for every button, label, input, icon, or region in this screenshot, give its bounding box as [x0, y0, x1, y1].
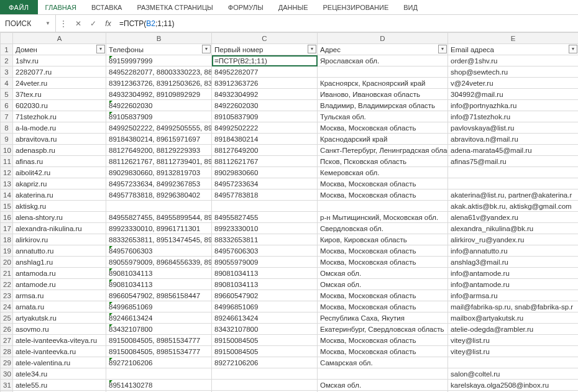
cell[interactable]: 89055979009 — [212, 257, 318, 268]
cell[interactable]: 37tex.ru — [13, 89, 106, 100]
cell[interactable] — [106, 368, 212, 380]
cell[interactable]: karelskaya.olga2508@inbox.ru — [448, 380, 579, 391]
cell[interactable]: atele-valentina.ru — [13, 357, 106, 368]
cell[interactable]: Тульская обл. — [318, 111, 448, 122]
row-header[interactable]: 7 — [1, 111, 13, 122]
cell[interactable]: 89055979009, 89684556339, 8985 — [106, 257, 212, 268]
cell[interactable]: Москва, Московская область — [318, 122, 448, 134]
cell[interactable]: 84957783818 — [212, 189, 318, 201]
ribbon-tab-insert[interactable]: ВСТАВКА — [84, 0, 129, 14]
cell[interactable]: annatutto.ru — [13, 245, 106, 257]
cell[interactable]: alirkirov.ru — [13, 234, 106, 245]
cell[interactable]: 89184380214, 89615971697 — [106, 134, 212, 145]
cell[interactable]: Краснодарский край — [318, 134, 448, 145]
cell[interactable] — [212, 201, 318, 212]
cell[interactable]: mailbox@artyakutsk.ru — [448, 312, 579, 324]
row-header[interactable]: 14 — [1, 189, 13, 201]
cell[interactable]: akaterina@list.ru, partner@akaterina.r — [448, 189, 579, 201]
row-header[interactable]: 25 — [1, 312, 13, 324]
cell[interactable]: 84957606303 — [212, 245, 318, 257]
cell[interactable] — [212, 368, 318, 380]
row-header[interactable]: 21 — [1, 268, 13, 279]
cell[interactable]: Москва, Московская область — [318, 257, 448, 268]
cell[interactable]: artyakutsk.ru — [13, 312, 106, 324]
cell[interactable]: atele-ivanteevka.ru — [13, 346, 106, 357]
cell[interactable]: Самарская обл. — [318, 357, 448, 368]
cell[interactable]: 89660547902, 89856158447 — [106, 290, 212, 301]
cell[interactable]: antamoda.ru — [13, 268, 106, 279]
cell[interactable]: Москва, Московская область — [318, 290, 448, 301]
cell[interactable]: 88332653811, 89513474545, 8953 — [106, 234, 212, 245]
cell[interactable]: 89246613424 — [106, 312, 212, 324]
cell[interactable]: adenaspb.ru — [13, 145, 106, 156]
cell[interactable]: 89105837909 — [106, 111, 212, 122]
cell[interactable]: р-н Мытищинский, Московская обл. — [318, 212, 448, 223]
cell[interactable]: order@1shv.ru — [448, 55, 579, 66]
cell[interactable]: Псков, Псковская область — [318, 156, 448, 167]
accept-formula-icon[interactable]: ✓ — [86, 19, 101, 28]
cell[interactable]: Иваново, Ивановская область — [318, 89, 448, 100]
cell[interactable]: Москва, Московская область — [318, 346, 448, 357]
row-header[interactable]: 29 — [1, 357, 13, 368]
cell[interactable]: Москва, Московская область — [318, 245, 448, 257]
filter-dropdown-icon[interactable]: ▾ — [569, 45, 577, 53]
cell[interactable]: abravitova.ru — [13, 134, 106, 145]
cell[interactable]: 83912363726 — [212, 78, 318, 89]
cell[interactable]: 88112621767, 88112739401, 8953 — [106, 156, 212, 167]
cell[interactable]: info@71stezhok.ru — [448, 111, 579, 122]
cell[interactable]: Ярославская обл. — [318, 55, 448, 66]
cell[interactable]: 89081034113 — [106, 279, 212, 290]
cell[interactable]: afinas75@mail.ru — [448, 156, 579, 167]
cell[interactable]: Омская обл. — [318, 380, 448, 391]
cell[interactable]: 88127649200 — [212, 145, 318, 156]
cell[interactable]: 2282077.ru — [13, 66, 106, 78]
row-header[interactable]: 8 — [1, 122, 13, 134]
file-tab[interactable]: ФАЙЛ — [0, 0, 38, 14]
row-header[interactable]: 18 — [1, 234, 13, 245]
cell[interactable]: 84955827455, 84955899544, 8903 — [106, 212, 212, 223]
cell[interactable]: akaterina.ru — [13, 189, 106, 201]
ribbon-tab-data[interactable]: ДАННЫЕ — [271, 0, 316, 14]
cell[interactable]: 84922602030 — [212, 100, 318, 111]
cell[interactable]: 84992502222, 84992505555, 8915 — [106, 122, 212, 134]
cell[interactable]: salon@coltel.ru — [448, 368, 579, 380]
cell[interactable] — [106, 201, 212, 212]
col-header-D[interactable]: D — [318, 33, 448, 44]
row-header[interactable]: 17 — [1, 223, 13, 234]
cell[interactable]: 89081034113 — [212, 279, 318, 290]
cell[interactable]: a-la-mode.ru — [13, 122, 106, 134]
cell[interactable]: Москва, Московская область — [318, 301, 448, 312]
cell[interactable]: info@antamode.ru — [448, 268, 579, 279]
cell[interactable]: atele55.ru — [13, 380, 106, 391]
cell[interactable]: 89660547902 — [212, 290, 318, 301]
cell[interactable]: 84955827455 — [212, 212, 318, 223]
cell[interactable]: info@annatutto.ru — [448, 245, 579, 257]
cell[interactable]: info@portnyazhka.ru — [448, 100, 579, 111]
cell[interactable]: alena-shtory.ru — [13, 212, 106, 223]
cell[interactable]: Свердловская обл. — [318, 223, 448, 234]
cell[interactable]: 88112621767 — [212, 156, 318, 167]
spreadsheet-grid[interactable]: A B C D E 1Домен▾Телефоны▾Первый номер▾А… — [0, 32, 578, 392]
row-header[interactable]: 27 — [1, 335, 13, 346]
cell[interactable]: 1shv.ru — [13, 55, 106, 66]
cell[interactable]: arnata.ru — [13, 301, 106, 312]
row-header[interactable]: 22 — [1, 279, 13, 290]
cell[interactable]: armsa.ru — [13, 290, 106, 301]
cell[interactable]: 602030.ru — [13, 100, 106, 111]
cell[interactable]: Санкт-Петербург, Ленинградская облас — [318, 145, 448, 156]
cell[interactable] — [318, 201, 448, 212]
cell[interactable]: 89150084505 — [212, 335, 318, 346]
cell[interactable]: v@24veter.ru — [448, 78, 579, 89]
cell[interactable]: 88332653811 — [212, 234, 318, 245]
cell[interactable]: 89923330010 — [212, 223, 318, 234]
cell[interactable]: 84952282077 — [212, 66, 318, 78]
cell[interactable] — [448, 357, 579, 368]
row-header[interactable]: 5 — [1, 89, 13, 100]
cell[interactable]: 84957233634 — [212, 178, 318, 189]
select-all-corner[interactable] — [1, 33, 13, 44]
name-box[interactable]: ПОИСК ▼ — [0, 15, 56, 32]
cell[interactable]: pavlovskaya@list.ru — [448, 122, 579, 134]
row-header[interactable]: 19 — [1, 245, 13, 257]
row-header[interactable]: 30 — [1, 368, 13, 380]
header-cell-E[interactable]: Email адреса▾ — [448, 44, 579, 55]
